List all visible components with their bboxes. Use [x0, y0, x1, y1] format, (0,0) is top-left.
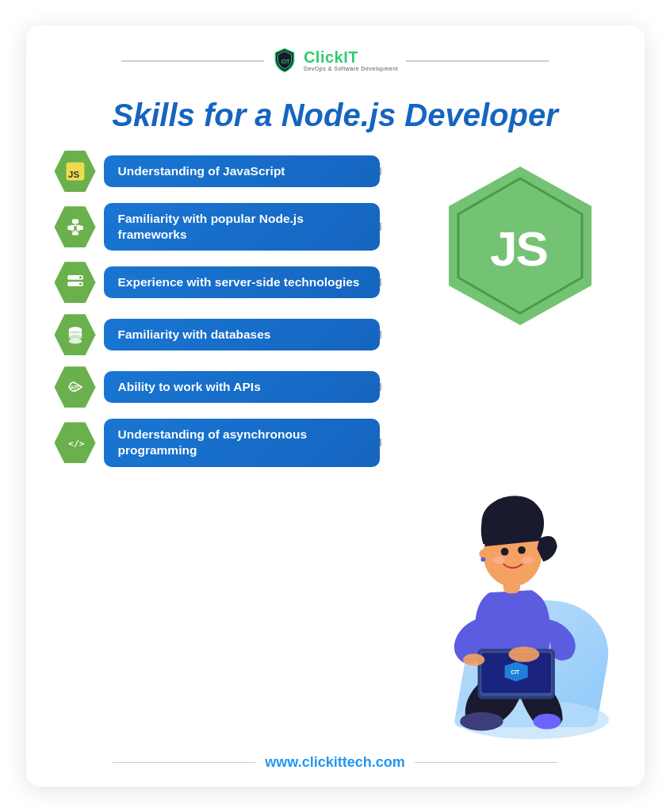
footer-url-brand: clickittech	[302, 754, 372, 770]
api-icon: API	[55, 366, 96, 408]
skill-label-apis: Ability to work with APIs	[118, 380, 261, 393]
shield-icon: CIT	[272, 48, 297, 73]
nodejs-hex-logo: JS	[433, 159, 607, 333]
svg-rect-5	[76, 226, 82, 231]
logo-area: CIT ClickIT DevOps & Software Developmen…	[272, 48, 398, 73]
skill-badge-apis: Ability to work with APIs	[104, 371, 381, 403]
footer-url-tld: .com	[372, 754, 405, 770]
skill-item-async: </> Understanding of asynchronous progra…	[55, 419, 381, 466]
logo-it: IT	[343, 48, 358, 66]
footer-divider-left	[113, 762, 255, 764]
person-illustration: CIT	[409, 458, 631, 743]
page-title: Skills for a Node.js Developer	[112, 97, 557, 133]
svg-point-44	[481, 557, 486, 562]
frameworks-icon	[55, 206, 96, 247]
svg-point-35	[509, 646, 540, 661]
svg-line-11	[71, 230, 75, 232]
svg-point-30	[534, 714, 561, 729]
main-card: CIT ClickIT DevOps & Software Developmen…	[26, 25, 645, 787]
svg-point-39	[501, 548, 509, 556]
async-icon: </>	[55, 422, 96, 463]
skill-badge-async: Understanding of asynchronous programmin…	[104, 419, 381, 466]
svg-rect-3	[71, 219, 78, 224]
illustration-area: JS	[380, 143, 615, 743]
skill-item-apis: API Ability to work with APIs	[55, 366, 381, 408]
logo-text: ClickIT DevOps & Software Development	[304, 48, 398, 72]
skill-item-frameworks: Familiarity with popular Node.js framewo…	[55, 203, 381, 251]
svg-point-41	[492, 557, 505, 565]
svg-point-40	[519, 546, 526, 554]
skill-label-frameworks: Familiarity with popular Node.js framewo…	[118, 212, 304, 241]
server-icon	[55, 262, 96, 303]
footer: www.clickittech.com	[55, 754, 616, 771]
main-content: JS Understanding of JavaScript	[55, 143, 616, 743]
js-icon: JS	[55, 151, 96, 192]
skill-label-javascript: Understanding of JavaScript	[118, 164, 285, 178]
svg-point-16	[78, 283, 81, 285]
svg-point-22	[68, 339, 81, 344]
footer-divider-right	[415, 762, 557, 764]
logo-click: Click	[304, 48, 343, 66]
skill-item-databases: Familiarity with databases	[55, 314, 381, 355]
divider-left	[121, 60, 264, 62]
svg-rect-4	[67, 226, 74, 231]
svg-text:API: API	[70, 385, 78, 391]
skill-badge-javascript: Understanding of JavaScript	[104, 155, 381, 187]
header: CIT ClickIT DevOps & Software Developmen…	[55, 48, 616, 75]
skill-label-databases: Familiarity with databases	[118, 327, 271, 341]
svg-point-42	[522, 557, 534, 565]
svg-point-36	[463, 653, 484, 666]
svg-line-12	[75, 230, 80, 232]
database-icon	[55, 314, 96, 355]
skill-badge-frameworks: Familiarity with popular Node.js framewo…	[104, 203, 381, 251]
divider-right	[406, 60, 549, 62]
skill-item-javascript: JS Understanding of JavaScript	[55, 151, 381, 192]
skill-label-async: Understanding of asynchronous programmin…	[118, 427, 308, 457]
logo-brand: ClickIT	[304, 48, 398, 66]
svg-point-15	[78, 277, 81, 279]
skill-label-serverside: Experience with server-side technologies	[118, 275, 360, 289]
svg-text:JS: JS	[68, 170, 79, 179]
skills-list: JS Understanding of JavaScript	[55, 143, 381, 743]
footer-url: www.clickittech.com	[265, 754, 404, 771]
logo-divider-row: CIT ClickIT DevOps & Software Developmen…	[55, 48, 616, 75]
footer-url-www: www.	[265, 754, 301, 770]
svg-text:CIT: CIT	[511, 669, 521, 675]
skill-badge-serverside: Experience with server-side technologies	[104, 266, 381, 298]
svg-point-29	[461, 712, 503, 730]
svg-text:</>: </>	[68, 438, 85, 449]
skill-item-serverside: Experience with server-side technologies	[55, 262, 381, 303]
svg-text:CIT: CIT	[281, 59, 290, 64]
svg-text:JS: JS	[490, 221, 547, 276]
skill-badge-databases: Familiarity with databases	[104, 319, 381, 350]
svg-rect-6	[71, 232, 78, 236]
logo-subtitle: DevOps & Software Development	[304, 66, 398, 72]
